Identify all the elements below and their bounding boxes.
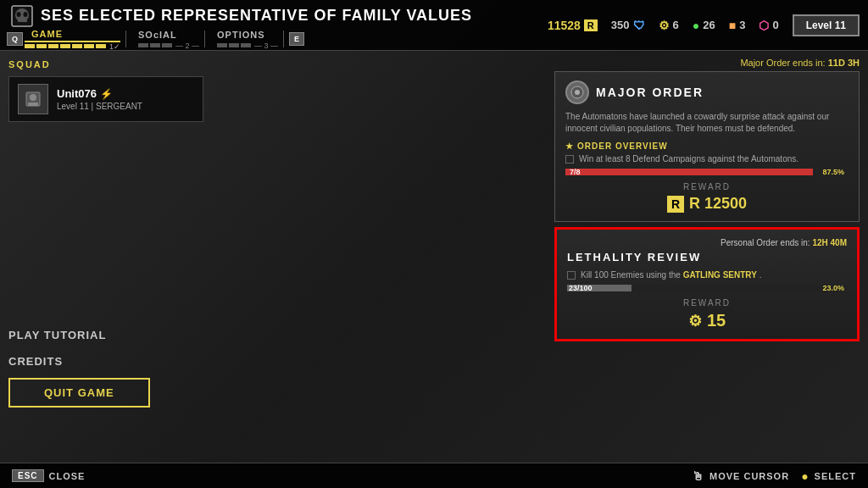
svg-rect-6	[18, 20, 27, 22]
personal-progress-pct: 23.0%	[822, 285, 844, 291]
svg-point-8	[30, 94, 36, 101]
right-panel: Major Order ends in: 11D 3H MAJOR ORDER …	[554, 58, 860, 341]
stat-c3: ■ 3	[729, 19, 746, 32]
tab-options[interactable]: OPTIONS — 3 —	[210, 28, 278, 50]
personal-order-timer-label: Personal Order ends in:	[721, 238, 810, 247]
major-order-progress: 7/8 87.5%	[565, 169, 849, 175]
reward-r-icon: R	[667, 196, 684, 213]
mouse-icon: 🖱	[692, 469, 704, 483]
move-cursor-btn: 🖱 MOVE CURSOR	[692, 469, 789, 483]
esc-close-button[interactable]: ESC CLOSE	[12, 469, 85, 482]
member-avatar	[18, 84, 48, 114]
stat-c1: ⚙ 6	[659, 19, 679, 32]
esc-key: ESC	[12, 469, 44, 482]
close-label: CLOSE	[49, 471, 86, 481]
major-order-card: MAJOR ORDER The Automatons have launched…	[554, 71, 860, 222]
tab-e[interactable]: E	[289, 32, 304, 46]
personal-task-suffix: .	[760, 270, 762, 280]
c2-icon: ●	[693, 19, 699, 32]
personal-order-progress: 23/100 23.0%	[567, 285, 847, 291]
squad-label: SQUAD	[8, 59, 203, 69]
personal-order-reward: REWARD ⚙ 15	[567, 298, 847, 330]
svg-point-11	[575, 90, 580, 95]
tab-social-label: SOcIAL	[131, 28, 199, 42]
major-order-timer: Major Order ends in: 11D 3H	[554, 58, 860, 68]
select-btn: ● SELECT	[801, 469, 856, 483]
top-bar: SES Elected Representative of Family Val…	[0, 0, 868, 51]
select-label: SELECT	[815, 471, 856, 481]
major-order-header: MAJOR ORDER	[565, 80, 849, 104]
medals-value: 350	[611, 19, 630, 31]
nav-row: Q GAME 1✓	[7, 30, 472, 48]
stat-c2: ● 26	[693, 19, 715, 32]
major-order-time-value: 11D 3H	[828, 58, 860, 68]
bottom-right: 🖱 MOVE CURSOR ● SELECT	[692, 469, 856, 483]
c4-value: 0	[772, 19, 778, 31]
bottom-bar: ESC CLOSE 🖱 MOVE CURSOR ● SELECT	[0, 463, 868, 488]
top-stats: 11528 R 350 🛡 ⚙ 6 ● 26 ■ 3 ⬡ 0 Level 11	[548, 14, 868, 36]
major-order-progress-left: 7/8	[567, 169, 583, 175]
top-bar-left: SES Elected Representative of Family Val…	[0, 3, 472, 48]
member-name: Unit076	[57, 87, 97, 100]
major-order-timer-label: Major Order ends in:	[740, 58, 825, 68]
medals-icon: 🛡	[633, 19, 645, 32]
order-task: Win at least 8 Defend Campaigns against …	[565, 154, 849, 164]
major-order-icon	[565, 80, 589, 104]
quit-game-button[interactable]: QUIT GAME	[8, 378, 150, 408]
squad-section: SQUAD Unit076 ⚡ Level 11 | SERGEANT	[8, 59, 203, 122]
major-order-progress-pct: 87.5%	[820, 169, 847, 175]
title-row: SES Elected Representative of Family Val…	[7, 3, 472, 30]
tab-options-label: OPTIONS	[210, 28, 278, 42]
major-order-progress-fill	[565, 169, 813, 175]
select-icon: ●	[801, 469, 809, 483]
gatling-sentry-text: GATLING SENTRY	[683, 270, 757, 280]
major-order-reward: REWARD R R 12500	[565, 182, 849, 213]
personal-order-card: Personal Order ends in: 12H 40M LETHALIT…	[554, 227, 860, 341]
credits-item[interactable]: CREDITS	[8, 348, 150, 374]
tab-game-label: GAME	[25, 27, 120, 42]
c4-icon: ⬡	[759, 19, 769, 32]
skull-icon	[10, 4, 34, 28]
member-info: Unit076 ⚡ Level 11 | SERGEANT	[57, 87, 142, 111]
req-value: 11528	[548, 19, 581, 32]
major-order-desc: The Automatons have launched a cowardly …	[565, 111, 849, 135]
nav-divider-3	[283, 30, 284, 47]
c1-value: 6	[673, 19, 679, 31]
personal-order-timer: Personal Order ends in: 12H 40M	[567, 238, 847, 247]
tab-game[interactable]: Q GAME 1✓	[7, 27, 120, 51]
task-checkbox	[565, 155, 574, 164]
bottom-left: ESC CLOSE	[12, 469, 85, 482]
personal-task-checkbox	[567, 271, 576, 280]
svg-rect-9	[28, 103, 38, 106]
nav-divider-2	[204, 30, 205, 47]
star-icon: ★	[565, 141, 574, 151]
stat-req: 11528 R	[548, 19, 598, 32]
play-tutorial-item[interactable]: PLAY TUTORIAL	[8, 322, 150, 348]
c1-icon: ⚙	[659, 19, 670, 32]
major-order-reward-value: R R 12500	[565, 195, 849, 213]
personal-order-time-value: 12H 40M	[812, 238, 847, 247]
svg-point-2	[17, 12, 21, 17]
order-overview-label: ★ ORDER OVERVIEW	[565, 141, 849, 151]
c2-value: 26	[703, 19, 715, 31]
svg-point-3	[24, 12, 28, 17]
c3-icon: ■	[729, 19, 736, 32]
stat-c4: ⬡ 0	[759, 19, 778, 32]
major-order-reward-label: REWARD	[565, 182, 849, 191]
move-cursor-label: MOVE CURSOR	[709, 471, 789, 481]
member-level: Level 11 | SERGEANT	[57, 102, 142, 111]
personal-reward-value: ⚙ 15	[567, 311, 847, 330]
major-order-title: MAJOR ORDER	[596, 86, 704, 99]
personal-reward-label: REWARD	[567, 298, 847, 308]
level-badge: Level 11	[793, 14, 860, 36]
squad-member: Unit076 ⚡ Level 11 | SERGEANT	[8, 76, 203, 122]
req-icon: R	[584, 19, 598, 31]
tab-game-progress: 1✓	[25, 42, 120, 51]
personal-progress-label: 23/100	[569, 285, 593, 291]
personal-task: Kill 100 Enemies using the GATLING SENTR…	[567, 270, 847, 280]
tab-game-key: Q	[7, 32, 23, 46]
tab-social[interactable]: SOcIAL — 2 —	[131, 28, 199, 50]
stat-medals: 350 🛡	[611, 19, 645, 32]
personal-reward-icon: ⚙	[688, 312, 702, 330]
personal-task-prefix: Kill 100 Enemies using the	[581, 270, 681, 280]
